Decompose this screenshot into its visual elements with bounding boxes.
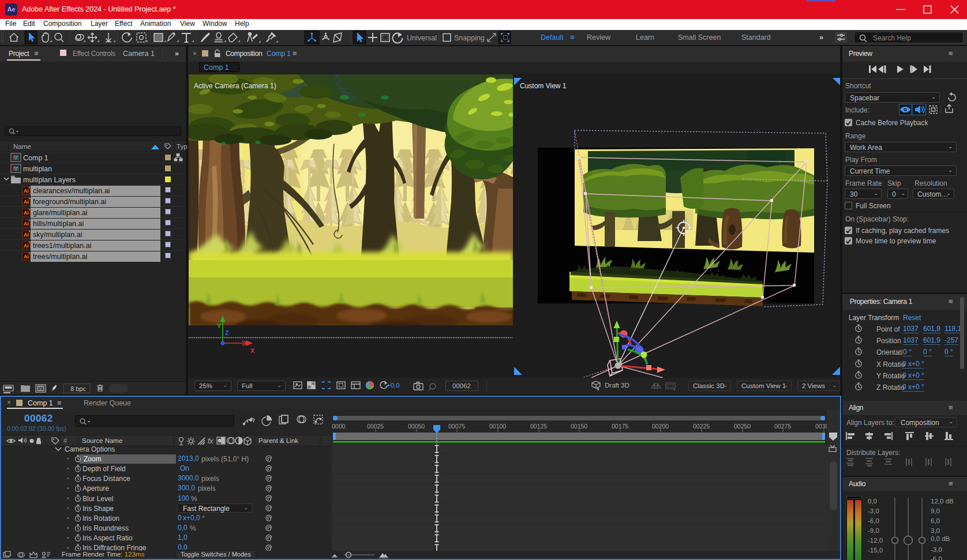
svg-text:00250: 00250 (734, 423, 751, 430)
svg-text:00175: 00175 (612, 423, 628, 430)
svg-text:trees1/multiplan.ai: trees1/multiplan.ai (33, 242, 91, 250)
svg-text:8 bpc: 8 bpc (70, 385, 86, 392)
svg-text:00050: 00050 (408, 423, 425, 430)
svg-text:multiplan Layers: multiplan Layers (23, 176, 76, 184)
svg-text:X: X (250, 347, 255, 354)
svg-text:00125: 00125 (530, 423, 547, 430)
svg-text:00025: 00025 (367, 423, 384, 430)
svg-text:Source Name: Source Name (82, 437, 122, 444)
svg-text:Ai: Ai (24, 188, 29, 194)
svg-text:00075: 00075 (448, 423, 465, 430)
svg-text:00275: 00275 (774, 423, 791, 430)
svg-text:hills/multiplan.ai: hills/multiplan.ai (33, 220, 84, 228)
svg-text:glare/multiplan.ai: glare/multiplan.ai (33, 209, 88, 217)
svg-text:#: # (63, 437, 68, 444)
svg-text:00150: 00150 (571, 423, 587, 430)
svg-text:00200: 00200 (652, 423, 669, 430)
svg-text:0000: 0000 (332, 423, 346, 430)
svg-text:0030: 0030 (815, 423, 827, 430)
svg-text:Z: Z (225, 329, 229, 336)
svg-text:sky/multiplan.ai: sky/multiplan.ai (33, 231, 82, 239)
svg-text:00225: 00225 (693, 423, 710, 430)
svg-text:clearancesv/multiplan.ai: clearancesv/multiplan.ai (33, 187, 110, 195)
svg-text:Comp 1: Comp 1 (23, 154, 48, 162)
svg-text:Snapping: Snapping (454, 34, 485, 42)
svg-text:foreground/multiplan.ai: foreground/multiplan.ai (33, 198, 106, 206)
svg-text:trees/multiplan.ai: trees/multiplan.ai (33, 253, 88, 261)
svg-text:Universal: Universal (407, 34, 437, 42)
svg-text:Y: Y (217, 322, 222, 329)
svg-text:multiplan: multiplan (23, 165, 52, 173)
svg-text:00100: 00100 (489, 423, 506, 430)
svg-text:Parent & Link: Parent & Link (258, 437, 298, 444)
